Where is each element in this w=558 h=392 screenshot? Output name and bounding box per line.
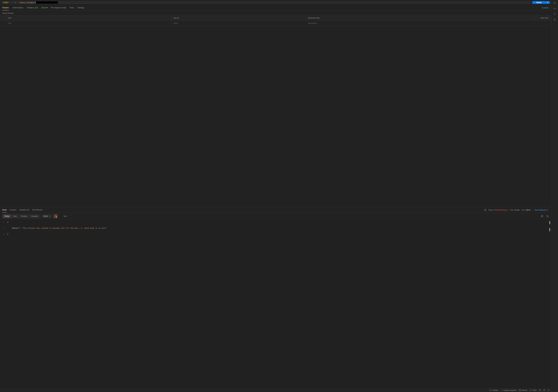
view-preview[interactable]: Preview: [19, 214, 29, 218]
send-dropdown[interactable]: ▼: [545, 1, 550, 4]
tab-authorization[interactable]: Authorization: [12, 5, 23, 10]
bottom-runner[interactable]: Runner: [519, 389, 527, 391]
wrap-icon: [53, 214, 58, 218]
param-value-input[interactable]: Value: [172, 21, 306, 26]
bottom-trash[interactable]: Trash: [530, 389, 537, 391]
body-indicator-dot: [46, 7, 47, 8]
copy-icon[interactable]: [541, 215, 543, 217]
response-tab-test-results[interactable]: Test Results: [32, 207, 43, 213]
json-value-detail: "This Project has reached it maximum cal…: [22, 227, 107, 229]
response-tab-body[interactable]: Body: [2, 207, 7, 213]
svg-text:?: ?: [548, 390, 549, 391]
view-raw[interactable]: Raw: [11, 214, 19, 218]
json-line-3: }: [7, 233, 8, 235]
trash-icon: [530, 389, 532, 391]
url-obscured-segment: [36, 1, 58, 4]
chevron-down-icon: ▼: [547, 209, 549, 211]
svg-point-5: [490, 390, 490, 390]
time-label: Time:: [510, 209, 514, 211]
response-headers-count: (4): [27, 209, 29, 211]
send-button[interactable]: Send: [532, 1, 545, 4]
json-line-1: {: [7, 221, 8, 223]
tab-prerequest[interactable]: Pre-request Script: [51, 5, 66, 10]
svg-rect-14: [554, 2, 556, 3]
bottom-help-icon[interactable]: ?: [547, 389, 549, 391]
bulk-edit-button[interactable]: Bulk Edit: [538, 16, 551, 21]
svg-point-15: [554, 13, 555, 15]
method-label: POST: [3, 1, 9, 4]
view-visualize[interactable]: Visualize: [29, 214, 40, 218]
wrap-lines-button[interactable]: [53, 214, 58, 218]
status-value: 400 Bad Request: [494, 209, 508, 211]
url-input[interactable]: {{Base_Url}}/api/v1/: [18, 1, 531, 4]
tab-settings[interactable]: Settings: [78, 5, 84, 10]
text-label: Text: [63, 215, 67, 217]
time-value: 11 ms: [514, 209, 519, 211]
bottom-cookies[interactable]: Cookies: [489, 389, 498, 391]
scroll-marker: [549, 221, 550, 224]
svg-point-18: [555, 19, 555, 19]
tab-body[interactable]: Body: [41, 5, 47, 10]
content-type-select[interactable]: JSON ▼: [42, 214, 52, 218]
search-icon[interactable]: [546, 215, 549, 217]
param-row-empty: Key Value Description: [0, 21, 551, 26]
response-body[interactable]: 1{ 2 "detail": "This Project has reached…: [0, 220, 551, 388]
svg-point-2: [547, 215, 548, 217]
param-description-input[interactable]: Description: [306, 21, 551, 26]
view-pretty[interactable]: Pretty: [3, 214, 11, 218]
bottom-capture[interactable]: Capture requests: [501, 389, 517, 391]
response-tab-cookies[interactable]: Cookies: [9, 207, 17, 213]
bottom-panels-icon[interactable]: [539, 389, 541, 391]
size-label: Size:: [521, 209, 525, 211]
param-key-input[interactable]: Key: [6, 21, 172, 26]
value-column-header: VALUE: [172, 16, 306, 21]
save-response-button[interactable]: Save Response ▼: [534, 209, 549, 211]
chevron-down-icon: ▼: [14, 2, 16, 3]
size-value: 226 B: [526, 209, 530, 211]
play-icon: [519, 389, 521, 391]
lightbulb-icon[interactable]: [553, 13, 556, 15]
url-path: /api/v1/: [30, 1, 36, 4]
cookies-link[interactable]: Cookies: [542, 7, 549, 9]
antenna-icon: [501, 389, 503, 391]
comments-icon[interactable]: [553, 2, 556, 4]
status-label: Status:: [488, 209, 494, 211]
method-select[interactable]: POST ▼: [1, 1, 18, 4]
scroll-marker: [549, 228, 550, 231]
key-column-header: KEY: [6, 16, 172, 21]
json-key-detail: "detail": [11, 227, 20, 229]
checkbox-column-header: [0, 16, 6, 21]
chevron-down-icon: ▼: [49, 215, 50, 217]
cookie-icon: [489, 389, 491, 391]
code-icon[interactable]: [553, 7, 556, 10]
svg-point-4: [489, 389, 491, 391]
tab-headers[interactable]: Headers (10): [27, 5, 38, 10]
globe-icon[interactable]: [484, 209, 486, 211]
query-params-title: Query Params: [0, 11, 551, 15]
svg-rect-10: [543, 390, 545, 391]
headers-count: (10): [35, 7, 38, 9]
description-column-header: DESCRIPTION: [306, 16, 532, 21]
more-columns-icon[interactable]: ⋯: [532, 16, 538, 21]
response-tab-headers[interactable]: Headers (4): [19, 207, 29, 213]
url-variable: {{Base_Url}}: [20, 1, 30, 4]
svg-line-3: [548, 217, 549, 217]
param-checkbox[interactable]: [0, 21, 6, 26]
tab-params[interactable]: Params: [2, 5, 9, 10]
bottom-sidebar-icon[interactable]: [543, 389, 545, 391]
tab-tests[interactable]: Tests: [70, 5, 74, 10]
info-icon[interactable]: [553, 18, 556, 21]
svg-point-6: [490, 390, 491, 391]
